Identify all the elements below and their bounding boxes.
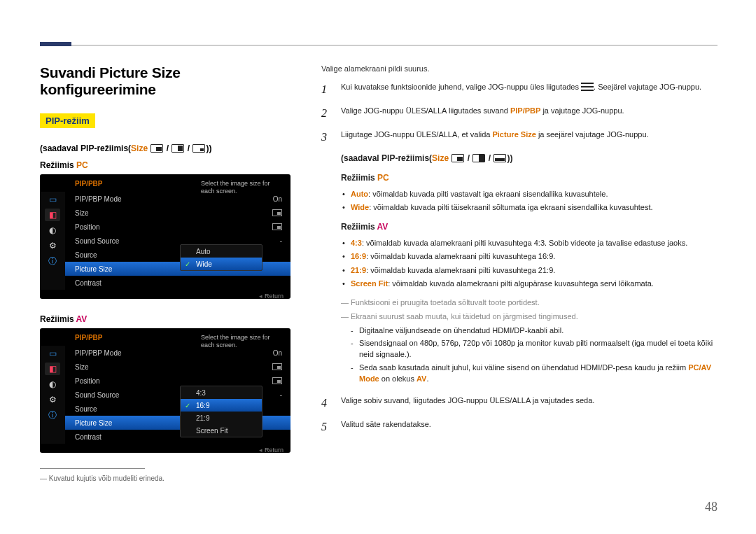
right-column: Valige alamekraani pildi suurus. Kui kuv… [321,64,718,482]
osd-item-size[interactable]: Size [65,360,290,374]
step2-pipbp: PIP/PBP [510,106,540,115]
left-footnote: Kuvatud kujutis võib mudeliti erineda. [40,475,299,482]
rail-picture-icon[interactable]: ◐ [45,224,60,237]
rail-display-icon[interactable]: ▭ [45,193,60,206]
osd-sidebar: ▭ ◧ ◐ ⚙ ⓘ [40,192,65,290]
cond-3: Seda saab kasutada ainult juhul, kui väl… [351,363,718,385]
pip-size-large-icon [451,154,464,162]
mode-pc-word: PC [76,160,88,170]
osd-return[interactable]: Return [40,290,290,304]
step1-text-b: . Seejärel vajutage JOG-nuppu. [594,83,701,91]
avail-suffix: )) [206,143,211,153]
mode-pc-heading-right: Režiimis PC [341,171,718,184]
osd-panel-pc: PIP/PBP Select the image size for each s… [40,174,290,299]
mode-prefix-av: Režiimis [40,314,76,324]
page-title: Suvandi Picture Size konfigureerimine [40,64,299,98]
osd-menu-list: PIP/PBP ModeOn Size Position Sound Sourc… [65,192,290,290]
rail-pip-icon[interactable]: ◧ [45,363,60,375]
av-4-3: 4:3: võimaldab kuvada alamekraani pilti … [341,237,718,249]
osd-description: Select the image size for each screen. [201,180,285,196]
step2-text-b: ja vajutage JOG-nuppu. [540,106,624,115]
rail-info-icon[interactable]: ⓘ [45,255,60,267]
rail-info-icon[interactable]: ⓘ [45,409,60,421]
step3-text-b: ja seejärel vajutage JOG-nuppu. [536,130,649,139]
step2-text-a: Valige JOG-nuppu ÜLES/ALLA liigutades su… [341,106,510,115]
mode-prefix: Režiimis [40,160,76,170]
top-rule [40,45,718,45]
osd-item-contrast[interactable]: Contrast [65,276,290,290]
pip-mode-badge: PIP-režiim [40,113,95,128]
pc-options-list: Auto: võimaldab kuvada pilti vastavalt i… [341,188,718,213]
cond-2: Sisendsignaal on 480p, 576p, 720p või 10… [351,338,718,360]
cond-1: Digitaalne väljundseade on ühendatud HDM… [351,325,718,337]
mode-pc-heading-left: Režiimis PC [40,160,299,170]
step-3: Liigutage JOG-nuppu ÜLES/ALLA, et valida… [321,129,718,388]
pip-size-half-icon [472,154,485,162]
opt-screen-fit[interactable]: Screen Fit [181,424,262,437]
size-value-icon [272,363,282,370]
position-value-icon [272,377,282,384]
av-options-list: 4:3: võimaldab kuvada alamekraani pilti … [341,237,718,290]
page-number: 48 [705,500,718,514]
footnote-rule [40,468,145,469]
step-1: Kui kuvatakse funktsioonide juhend, vali… [321,81,718,98]
availability-heading-right: (saadaval PIP-režiimis(Size / / )) [341,152,718,164]
opt-wide[interactable]: Wide [181,258,262,270]
pip-size-bar-icon [493,154,506,162]
osd-item-position[interactable]: Position [65,220,290,234]
opt-16-9[interactable]: 16:9 [181,399,262,412]
osd-description-av: Select the image size for each screen. [201,334,285,350]
conditions-list: Digitaalne väljundseade on ühendatud HDM… [351,325,718,386]
pc-wide: Wide: võimaldab kuvada pilti täisekraani… [341,202,718,213]
pip-size-tall-icon [172,144,184,153]
rail-settings-icon[interactable]: ⚙ [45,239,60,252]
mode-av-heading-right: Režiimis AV [341,220,718,233]
step-4: Valige sobiv suvand, liigutades JOG-nupp… [321,395,718,412]
mode-av-heading-left: Režiimis AV [40,314,299,324]
availability-heading-1: (saadaval PIP-režiimis(Size / / )) [40,143,299,153]
step-5: Valitud säte rakendatakse. [321,419,718,435]
osd-item-size[interactable]: Size [65,206,290,220]
step1-text-a: Kui kuvatakse funktsioonide juhend, vali… [341,83,581,91]
step4-text: Valige sobiv suvand, liigutades JOG-nupp… [341,395,718,412]
osd-return-av[interactable]: Return [40,444,290,458]
note-ports: Funktsiooni ei pruugita toetada sõltuval… [341,297,718,309]
step5-text: Valitud säte rakendatakse. [341,419,718,435]
opt-4-3[interactable]: 4:3 [181,386,262,399]
menu-icon [581,83,594,91]
steps-list: Kui kuvatakse funktsioonide juhend, vali… [321,81,718,435]
pip-size-large-icon [150,144,163,153]
step3-picture-size: Picture Size [492,130,536,139]
osd-sidebar-av: ▭ ◧ ◐ ⚙ ⓘ [40,346,65,444]
avail-size-word: Size [131,143,148,153]
top-accent [40,42,71,46]
page-content: Suvandi Picture Size konfigureerimine PI… [0,0,756,482]
rail-settings-icon[interactable]: ⚙ [45,393,60,406]
position-value-icon [272,223,282,230]
rail-pip-icon[interactable]: ◧ [45,209,60,221]
av-16-9: 16:9: võimaldab kuvada alamekraani pilti… [341,251,718,262]
pc-auto: Auto: võimaldab kuvada pilti vastavalt i… [341,188,718,200]
mode-av-word: AV [76,314,88,324]
pip-size-small-icon [192,144,205,153]
osd-panel-av: PIP/PBP Select the image size for each s… [40,328,290,453]
size-value-icon [272,209,282,216]
left-column: Suvandi Picture Size konfigureerimine PI… [40,64,299,482]
opt-21-9[interactable]: 21:9 [181,412,262,424]
av-21-9: 21:9: võimaldab kuvada alamekraani pilti… [341,265,718,276]
rail-picture-icon[interactable]: ◐ [45,378,60,391]
step3-text-a: Liigutage JOG-nuppu ÜLES/ALLA, et valida [341,130,492,139]
intro-text: Valige alamekraani pildi suurus. [321,64,718,73]
osd-dropdown-av: 4:3 16:9 21:9 Screen Fit [180,386,262,437]
osd-dropdown-pc: Auto Wide [180,244,262,271]
rail-display-icon[interactable]: ▭ [45,347,60,360]
opt-auto[interactable]: Auto [181,245,262,258]
avail-prefix: (saadaval PIP-režiimis( [40,143,131,153]
step-2: Valige JOG-nuppu ÜLES/ALLA liigutades su… [321,105,718,122]
av-screen-fit: Screen Fit: võimaldab kuvada alamekraani… [341,278,718,290]
note-conditions: Ekraani suurust saab muuta, kui täidetud… [341,311,718,323]
